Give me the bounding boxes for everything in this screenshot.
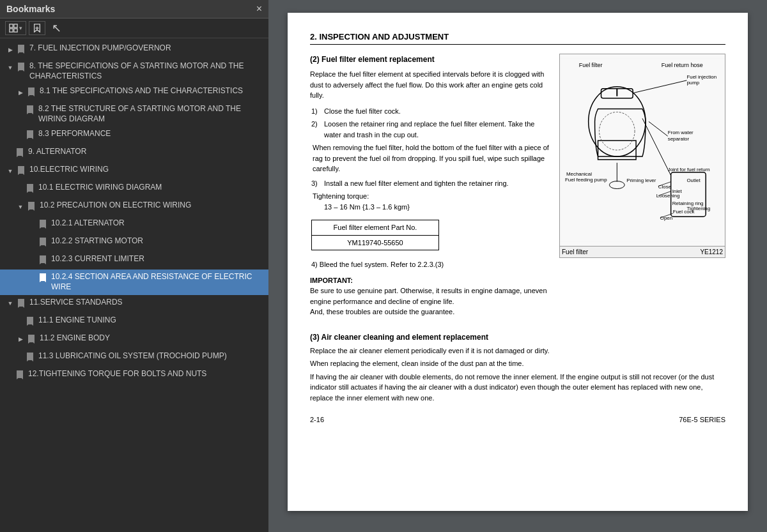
bookmark-icon-8-2	[26, 105, 35, 115]
important-text: Be sure to use genuine part. Otherwise, …	[310, 285, 553, 317]
item-label-10-2-1: 10.2.1 ALTERNATOR	[51, 218, 263, 229]
sub-section-label: (2) Fuel filter element replacement	[310, 54, 553, 65]
bookmark-item-10-2-2[interactable]: 10.2.2 STARTING MOTOR	[0, 234, 268, 252]
bookmark-item-8[interactable]: 8. THE SPECIFICATIONS OF A STARTING MOTO…	[0, 59, 268, 84]
step-3: 3) Install a new fuel filter element and…	[311, 178, 553, 189]
expand-icon-8-1	[15, 87, 26, 97]
pdf-page: 2. INSPECTION AND ADJUSTMENT (2) Fuel fi…	[288, 13, 748, 511]
bookmark-icon-10-2-2	[38, 237, 47, 247]
item-label-10-2-2: 10.2.2 STARTING MOTOR	[51, 236, 263, 247]
cursor-icon: ↖	[52, 21, 61, 35]
content-area: (2) Fuel filter element replacement Repl…	[310, 54, 725, 323]
dropdown-arrow: ▾	[19, 25, 22, 31]
svg-text:From water: From water	[668, 130, 693, 135]
expand-icon-10	[5, 165, 15, 176]
series-label: 76E-5 SERIES	[679, 416, 725, 423]
bookmark-item-11[interactable]: 11.SERVICE STANDARDS	[0, 295, 268, 313]
bookmark-item-11-1[interactable]: 11.1 ENGINE TUNING	[0, 313, 268, 331]
grid-icon	[9, 24, 18, 33]
bookmark-item-7[interactable]: 7. FUEL INJECTION PUMP/GOVERNOR	[0, 41, 268, 59]
important-box: IMPORTANT: Be sure to use genuine part. …	[310, 275, 553, 317]
bookmark-icon-10-2-1	[38, 219, 47, 229]
item-label-8: 8. THE SPECIFICATIONS OF A STARTING MOTO…	[29, 61, 263, 81]
important-label: IMPORTANT:	[310, 275, 553, 286]
diagram-caption: Fuel filter YE1212	[560, 246, 725, 257]
svg-text:pump: pump	[686, 80, 699, 86]
bookmark-icon-9	[15, 148, 24, 158]
bookmark-item-10-2-3[interactable]: 10.2.3 CURRENT LIMITER	[0, 252, 268, 270]
bookmark-item-10-2-1[interactable]: 10.2.1 ALTERNATOR	[0, 216, 268, 234]
svg-text:Close: Close	[658, 184, 672, 190]
main-paragraph: Replace the fuel filter element at speci…	[310, 69, 553, 101]
svg-rect-1	[14, 24, 17, 27]
para-3-3: If having the air cleaner with double el…	[310, 372, 725, 404]
svg-rect-2	[10, 29, 13, 32]
page-number: 2-16	[310, 416, 324, 423]
bookmark-item-11-2[interactable]: 11.2 ENGINE BODY	[0, 331, 268, 349]
item-label-7: 7. FUEL INJECTION PUMP/GOVERNOR	[29, 43, 263, 54]
item-label-8-1: 8.1 THE SPECIFICATIONS AND THE CHARACTER…	[40, 86, 263, 96]
bookmark-icon-8-3	[26, 130, 35, 140]
svg-text:Loosening: Loosening	[656, 193, 680, 199]
svg-text:Retaining ring: Retaining ring	[672, 201, 704, 206]
pdf-viewer[interactable]: 2. INSPECTION AND ADJUSTMENT (2) Fuel fi…	[268, 0, 767, 532]
bookmark-icon-10-2	[27, 201, 36, 211]
expand-icon-10-2	[15, 201, 26, 211]
tightening-label: Tightening torque:	[311, 191, 553, 202]
bookmark-icon-10-2-4	[38, 273, 47, 283]
svg-text:Fuel feeding pump: Fuel feeding pump	[565, 177, 607, 183]
bookmark-item-8-3[interactable]: 8.3 PERFORMANCE	[0, 126, 268, 144]
bookmark-item-11-3[interactable]: 11.3 LUBRICATING OIL SYSTEM (TROCHOID PU…	[0, 349, 268, 367]
bookmarks-panel: Bookmarks × ▾ ↖	[0, 0, 268, 532]
bookmark-icon-7	[17, 44, 26, 54]
step-2: 2) Loosen the retainer ring and replace …	[311, 119, 553, 140]
item-label-8-3: 8.3 PERFORMANCE	[38, 129, 263, 139]
bookmark-icon-10-2-3	[38, 255, 47, 265]
item-label-9: 9. ALTERNATOR	[28, 147, 263, 157]
steps-list: 1) Close the fuel filter cock. 2) Loosen…	[310, 106, 553, 270]
svg-text:Fuel injection: Fuel injection	[686, 74, 717, 80]
text-block: (2) Fuel filter element replacement Repl…	[310, 54, 553, 323]
para-3-2: When replacing the element, clean inside…	[310, 358, 725, 369]
bookmark-tree: 7. FUEL INJECTION PUMP/GOVERNOR 8. THE S…	[0, 38, 268, 532]
step-1: 1) Close the fuel filter cock.	[311, 106, 553, 117]
item-label-11-2: 11.2 ENGINE BODY	[40, 333, 263, 344]
bookmark-icon-10	[17, 165, 26, 176]
bookmark-icon-11	[17, 298, 26, 308]
bookmark-item-12[interactable]: 12.TIGHTENING TORQUE FOR BOLTS AND NUTS	[0, 367, 268, 384]
expand-all-button[interactable]: ▾	[5, 21, 26, 35]
item-label-10-2: 10.2 PRECAUTION ON ELECTRIC WIRING	[40, 201, 263, 211]
svg-text:Priming lever: Priming lever	[626, 178, 656, 183]
close-button[interactable]: ×	[256, 4, 262, 14]
svg-rect-0	[10, 24, 13, 27]
bookmark-item-10-2[interactable]: 10.2 PRECAUTION ON ELECTRIC WIRING	[0, 198, 268, 216]
item-label-11-3: 11.3 LUBRICATING OIL SYSTEM (TROCHOID PU…	[38, 351, 263, 361]
bookmark-icon-11-3	[26, 352, 35, 362]
svg-text:Open: Open	[660, 215, 672, 221]
panel-resize-handle[interactable]	[266, 0, 271, 532]
item-label-10-2-3: 10.2.3 CURRENT LIMITER	[51, 254, 263, 264]
item-label-10-1: 10.1 ELECTRIC WIRING DIAGRAM	[38, 183, 263, 193]
bookmarks-title: Bookmarks	[6, 4, 55, 14]
toolbar: ▾ ↖	[0, 19, 268, 38]
bookmark-item-9[interactable]: 9. ALTERNATOR	[0, 144, 268, 162]
torque-row-2: YM119740-55650	[312, 236, 438, 250]
tightening-value: 13 – 16 Nm {1.3 – 1.6 kgm}	[311, 202, 553, 213]
bookmark-item-8-1[interactable]: 8.1 THE SPECIFICATIONS AND THE CHARACTER…	[0, 84, 268, 102]
svg-text:Fuel filter: Fuel filter	[579, 62, 603, 68]
section-3-area: (3) Air cleaner cleaning and element rep…	[310, 333, 725, 404]
new-bookmark-button[interactable]	[29, 21, 45, 35]
bookmark-icon-11-2	[27, 334, 36, 344]
diagram-caption-right: YE1212	[700, 248, 723, 255]
item-label-10-2-4: 10.2.4 SECTION AREA AND RESISTANCE OF EL…	[51, 272, 263, 292]
bookmark-item-10-1[interactable]: 10.1 ELECTRIC WIRING DIAGRAM	[0, 180, 268, 198]
svg-text:Fuel cock: Fuel cock	[673, 209, 695, 215]
page-footer: 2-16 76E-5 SERIES	[310, 416, 725, 423]
expand-icon-8	[5, 62, 15, 72]
bookmark-item-8-2[interactable]: 8.2 THE STRUCTURE OF A STARTING MOTOR AN…	[0, 102, 268, 126]
bookmark-icon-8	[17, 62, 26, 72]
bookmark-icon-11-1	[26, 316, 35, 326]
bookmark-item-10[interactable]: 10.ELECTRIC WIRING	[0, 162, 268, 180]
bookmark-item-10-2-4[interactable]: 10.2.4 SECTION AREA AND RESISTANCE OF EL…	[0, 270, 268, 294]
step-4: 4) Bleed the fuel system. Refer to 2.2.3…	[311, 259, 553, 270]
